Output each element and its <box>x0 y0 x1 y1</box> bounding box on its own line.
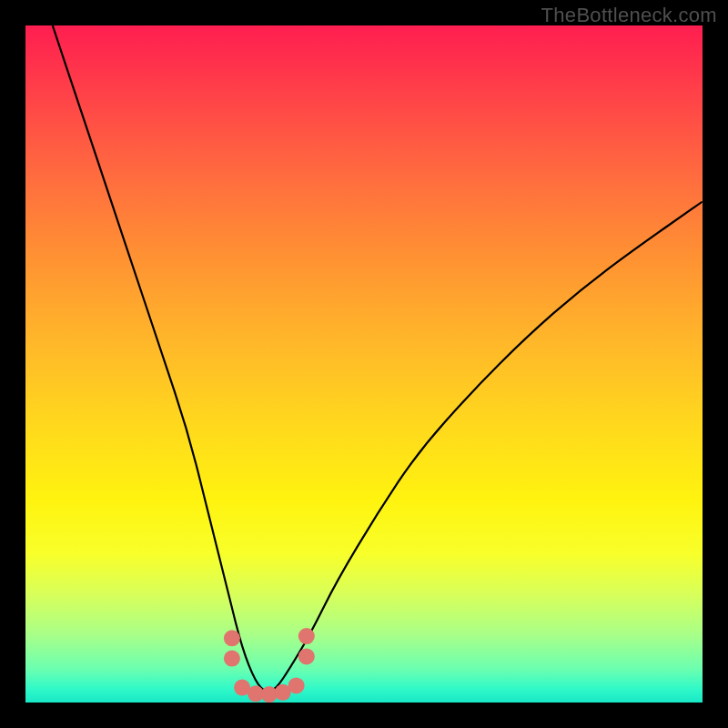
data-markers-group <box>224 628 315 703</box>
data-marker <box>224 630 240 646</box>
plot-area <box>25 25 703 703</box>
data-marker <box>298 648 315 664</box>
data-marker <box>224 651 240 667</box>
data-marker <box>288 677 305 693</box>
chart-svg <box>25 25 703 703</box>
data-marker <box>298 628 315 644</box>
chart-frame: TheBottleneck.com <box>0 0 728 728</box>
watermark-text: TheBottleneck.com <box>541 4 717 27</box>
bottleneck-curve-path <box>53 25 703 691</box>
